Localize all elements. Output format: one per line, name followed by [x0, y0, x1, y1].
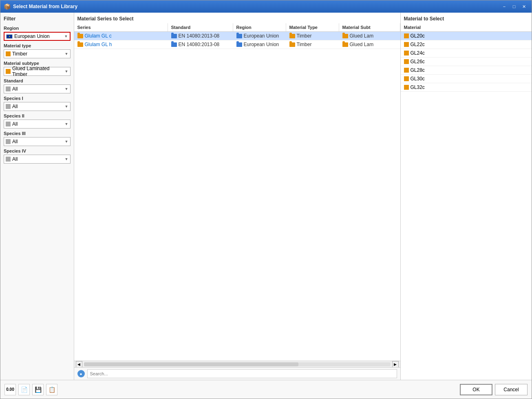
bottom-left-buttons: 0.00 📄 💾 📋 — [4, 384, 57, 395]
series-name[interactable]: Glulam GL h — [85, 42, 112, 47]
material-type-value: Timber — [12, 51, 27, 57]
material-name: GL28c — [411, 67, 425, 73]
material-color-icon — [404, 59, 409, 64]
species3-color-icon — [6, 139, 11, 144]
maximize-button[interactable]: □ — [510, 2, 519, 11]
material-list-item[interactable]: GL30c — [401, 75, 532, 83]
material-color-icon — [404, 51, 409, 55]
species4-chevron: ▼ — [65, 157, 68, 161]
material-subtype-select[interactable]: Glued Laminated Timber ▼ — [4, 67, 71, 76]
search-input[interactable] — [87, 369, 397, 378]
material-list-item[interactable]: GL20c — [401, 32, 532, 40]
standard-select[interactable]: All ▼ — [4, 84, 71, 93]
material-list-item[interactable]: GL24c — [401, 49, 532, 58]
action-button-3[interactable]: 💾 — [32, 384, 44, 395]
species1-chevron: ▼ — [65, 104, 68, 109]
species2-chevron: ▼ — [65, 122, 68, 126]
col-series: Series — [74, 23, 168, 31]
minimize-button[interactable]: − — [500, 2, 509, 11]
material-list-item[interactable]: GL26c — [401, 58, 532, 66]
hscrollbar-thumb[interactable] — [84, 362, 298, 366]
col-material-type: Material Type — [286, 23, 339, 31]
scroll-left-button[interactable]: ◀ — [76, 361, 82, 368]
material-type-group: Material type Timber ▼ — [4, 43, 71, 58]
ok-cancel-buttons: OK Cancel — [460, 384, 528, 395]
material-color-icon — [404, 76, 409, 81]
material-name: GL24c — [411, 50, 425, 56]
col-region: Region — [233, 23, 286, 31]
region-group: Region European Union ▼ — [4, 26, 71, 41]
col-material: Material — [401, 23, 424, 31]
standard-color-icon — [6, 86, 11, 91]
main-content: Filter Region European Union ▼ Material … — [0, 13, 532, 380]
table-row[interactable]: Glulam GL c EN 14080:2013-08 European Un… — [74, 32, 400, 40]
species3-chevron: ▼ — [65, 140, 68, 144]
subtype-color-icon — [6, 69, 11, 74]
horizontal-scrollbar-area: ◀ ▶ — [74, 361, 400, 367]
mattype-folder-icon — [289, 42, 295, 47]
region-name: European Union — [244, 42, 279, 47]
material-type-select[interactable]: Timber ▼ — [4, 49, 71, 58]
standard-name: EN 14080:2013-08 — [179, 33, 220, 39]
search-bar: ● — [74, 367, 400, 380]
material-list-item[interactable]: GL28c — [401, 66, 532, 75]
region-select[interactable]: European Union ▼ — [4, 32, 71, 41]
material-name: GL32c — [411, 84, 425, 90]
series-table-header: Series Standard Region Material Type Mat… — [74, 23, 400, 32]
material-type-chevron: ▼ — [65, 52, 68, 56]
mattype-folder-icon — [289, 34, 295, 38]
species2-value: All — [12, 121, 18, 127]
region-folder-icon — [236, 42, 242, 47]
region-chevron: ▼ — [64, 34, 68, 38]
col-standard: Standard — [168, 23, 233, 31]
col-material-subtype: Material Subt — [339, 23, 400, 31]
material-table-body: GL20cGL22cGL24cGL26cGL28cGL30cGL32c — [401, 32, 532, 380]
region-value: European Union — [14, 33, 50, 39]
close-button[interactable]: ✕ — [519, 2, 528, 11]
bottom-bar: 0.00 📄 💾 📋 OK Cancel — [0, 380, 532, 399]
cancel-button[interactable]: Cancel — [495, 384, 528, 395]
series-name[interactable]: Glulam GL c — [85, 33, 112, 39]
material-list-item[interactable]: GL32c — [401, 83, 532, 92]
species1-group: Species I All ▼ — [4, 96, 71, 111]
species4-select[interactable]: All ▼ — [4, 155, 71, 164]
material-color-icon — [404, 42, 409, 47]
standard-label: Standard — [4, 78, 71, 83]
matsub-folder-icon — [342, 34, 348, 38]
species1-select[interactable]: All ▼ — [4, 102, 71, 111]
species4-label: Species IV — [4, 149, 71, 153]
filter-panel: Filter Region European Union ▼ Material … — [0, 13, 74, 380]
material-type-label: Material type — [4, 43, 71, 48]
action-button-1[interactable]: 0.00 — [4, 384, 16, 395]
species1-label: Species I — [4, 96, 71, 101]
species2-group: Species II All ▼ — [4, 113, 71, 129]
material-table-header: Material — [401, 23, 532, 32]
standard-value: All — [12, 86, 18, 92]
right-panel-title: Material to Select — [401, 13, 532, 23]
matsub-name: Glued Lam — [350, 42, 374, 47]
material-name: GL22c — [411, 42, 425, 47]
center-panel: Material Series to Select Series Standar… — [74, 13, 401, 380]
ok-button[interactable]: OK — [460, 384, 492, 395]
table-row[interactable]: Glulam GL h EN 14080:2013-08 European Un… — [74, 40, 400, 49]
folder-icon — [77, 42, 83, 47]
species1-color-icon — [6, 104, 11, 109]
center-panel-title: Material Series to Select — [74, 13, 400, 23]
material-list-item[interactable]: GL22c — [401, 40, 532, 49]
eu-flag-icon — [6, 34, 13, 39]
matsub-name: Glued Lam — [350, 33, 374, 39]
filter-title: Filter — [4, 16, 71, 22]
region-name: European Union — [244, 33, 279, 39]
material-color-icon — [404, 68, 409, 73]
titlebar-controls: − □ ✕ — [500, 2, 528, 11]
action-button-2[interactable]: 📄 — [18, 384, 30, 395]
species2-select[interactable]: All ▼ — [4, 120, 71, 129]
action-button-4[interactable]: 📋 — [46, 384, 57, 395]
window-icon: 📦 — [4, 3, 11, 10]
species4-color-icon — [6, 157, 11, 162]
standard-name: EN 14080:2013-08 — [179, 42, 220, 47]
series-table-body: Glulam GL c EN 14080:2013-08 European Un… — [74, 32, 400, 361]
standard-chevron: ▼ — [65, 87, 68, 91]
species3-select[interactable]: All ▼ — [4, 137, 71, 146]
scroll-right-button[interactable]: ▶ — [392, 361, 399, 368]
